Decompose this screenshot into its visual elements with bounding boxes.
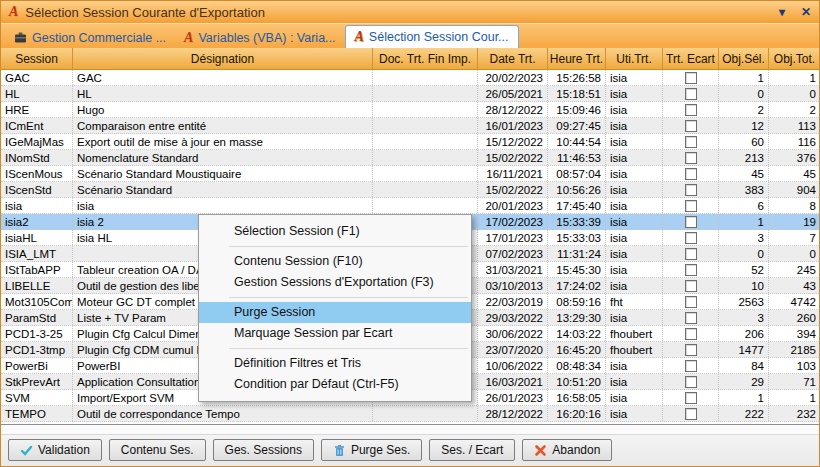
ecart-checkbox[interactable]: [685, 360, 697, 372]
obj-sel-cell: 206: [719, 326, 769, 341]
column-header[interactable]: Désignation: [73, 48, 373, 69]
date-cell: 26/01/2023: [478, 390, 548, 405]
ecart-checkbox[interactable]: [685, 168, 697, 180]
ecart-checkbox[interactable]: [685, 312, 697, 324]
column-header[interactable]: Obj.Sél.: [719, 48, 769, 69]
session-cell: PowerBi: [1, 358, 73, 373]
menu-item-marquage-session[interactable]: Marquage Session par Ecart: [199, 323, 471, 344]
date-cell: 20/01/2023: [478, 198, 548, 213]
abandon-button[interactable]: Abandon: [522, 439, 612, 461]
menu-item-definition-filtres[interactable]: Définition Filtres et Tris: [199, 353, 471, 374]
ecart-checkbox[interactable]: [685, 296, 697, 308]
ecart-checkbox[interactable]: [685, 232, 697, 244]
ecart-checkbox[interactable]: [685, 136, 697, 148]
app-a-icon: A: [355, 31, 364, 43]
ecart-checkbox[interactable]: [685, 216, 697, 228]
session-cell: HRE: [1, 102, 73, 117]
column-header[interactable]: Uti.Trt.: [606, 48, 663, 69]
table-row[interactable]: IScenStdScénario Standard15/02/202210:56…: [1, 182, 819, 198]
obj-tot-cell: 8: [769, 198, 819, 213]
menu-item-purge-session[interactable]: Purge Session: [199, 302, 471, 323]
menu-item-contenu-session[interactable]: Contenu Session (F10): [199, 251, 471, 272]
ecart-checkbox[interactable]: [685, 264, 697, 276]
doc-cell: [373, 118, 478, 133]
column-header[interactable]: Obj.Tot.: [769, 48, 820, 69]
ecart-checkbox[interactable]: [685, 120, 697, 132]
button-label: Validation: [38, 443, 90, 457]
uti-cell: isia: [606, 150, 663, 165]
ecart-checkbox[interactable]: [685, 328, 697, 340]
uti-cell: isia: [606, 182, 663, 197]
table-row[interactable]: IGeMajMasExport outil de mise à jour en …: [1, 134, 819, 150]
dropdown-icon[interactable]: ▾: [779, 6, 785, 18]
obj-tot-cell: 2185: [769, 342, 819, 357]
ecart-checkbox[interactable]: [685, 344, 697, 356]
tab-gestion-commerciale[interactable]: Gestion Commerciale ...: [5, 27, 175, 48]
obj-tot-cell: 71: [769, 374, 819, 389]
obj-tot-cell: 4742: [769, 294, 819, 309]
table-row[interactable]: HLHL26/05/202115:18:51isia00: [1, 86, 819, 102]
ecart-checkbox[interactable]: [685, 152, 697, 164]
obj-tot-cell: 232: [769, 406, 819, 421]
ges-sessions-button[interactable]: Ges. Sessions: [213, 439, 314, 461]
date-cell: 16/11/2021: [478, 166, 548, 181]
validation-button[interactable]: Validation: [8, 439, 102, 461]
ecart-checkbox[interactable]: [685, 104, 697, 116]
obj-sel-cell: 1477: [719, 342, 769, 357]
button-label: Contenu Ses.: [121, 443, 194, 457]
menu-item-selection-session[interactable]: Sélection Session (F1): [199, 221, 471, 242]
session-cell: ICmEnt: [1, 118, 73, 133]
heure-cell: 15:09:46: [548, 102, 606, 117]
date-cell: 10/06/2022: [478, 358, 548, 373]
ecart-checkbox[interactable]: [685, 184, 697, 196]
menu-item-gestion-sessions[interactable]: Gestion Sessions d'Exportation (F3): [199, 272, 471, 293]
uti-cell: isia: [606, 134, 663, 149]
purge-ses-button[interactable]: Purge Ses.: [321, 439, 422, 461]
designation-cell: HL: [73, 86, 373, 101]
contenu-ses-button[interactable]: Contenu Ses.: [109, 439, 206, 461]
column-header[interactable]: Date Trt.: [478, 48, 548, 69]
menu-item-condition-defaut[interactable]: Condition par Défaut (Ctrl-F5): [199, 374, 471, 395]
table-row[interactable]: INomStdNomenclature Standard15/02/202211…: [1, 150, 819, 166]
ecart-checkbox[interactable]: [685, 280, 697, 292]
heure-cell: 17:24:02: [548, 278, 606, 293]
button-label: Abandon: [552, 443, 600, 457]
ecart-cell: [663, 214, 719, 229]
obj-sel-cell: 2: [719, 102, 769, 117]
table-row[interactable]: HREHugo28/12/202215:09:46isia22: [1, 102, 819, 118]
ses-ecart-button[interactable]: Ses. / Ecart: [429, 439, 515, 461]
table-row[interactable]: ICmEntComparaison entre entité16/01/2023…: [1, 118, 819, 134]
uti-cell: isia: [606, 390, 663, 405]
obj-sel-cell: 0: [719, 246, 769, 261]
column-header[interactable]: Trt. Ecart: [663, 48, 719, 69]
uti-cell: isia: [606, 118, 663, 133]
tab-selection-session[interactable]: ASélection Session Cour...: [345, 25, 519, 48]
uti-cell: isia: [606, 406, 663, 421]
ecart-checkbox[interactable]: [685, 88, 697, 100]
session-cell: isiaHL: [1, 230, 73, 245]
column-header[interactable]: Heure Trt.: [548, 48, 606, 69]
obj-tot-cell: 245: [769, 262, 819, 277]
tab-variables-vba[interactable]: AVariables (VBA) : Varia...: [175, 27, 344, 48]
obj-tot-cell: 113: [769, 118, 819, 133]
ecart-checkbox[interactable]: [685, 200, 697, 212]
obj-tot-cell: 45: [769, 166, 819, 181]
column-header[interactable]: Doc. Trt. Fin Imp.: [373, 48, 478, 69]
ecart-checkbox[interactable]: [685, 392, 697, 404]
table-row[interactable]: TEMPOOutil de correspondance Tempo28/12/…: [1, 406, 819, 422]
uti-cell: isia: [606, 310, 663, 325]
obj-tot-cell: 904: [769, 182, 819, 197]
ecart-checkbox[interactable]: [685, 408, 697, 420]
table-row[interactable]: GACGAC20/02/202315:26:58isia11: [1, 70, 819, 86]
table-row[interactable]: isiaisia20/01/202317:45:40isia68: [1, 198, 819, 214]
close-icon[interactable]: ✕: [801, 6, 811, 18]
column-header[interactable]: Session: [1, 48, 73, 69]
table-row[interactable]: IScenMousScénario Standard Moustiquaire1…: [1, 166, 819, 182]
uti-cell: isia: [606, 374, 663, 389]
ecart-checkbox[interactable]: [685, 376, 697, 388]
uti-cell: fhoubert: [606, 326, 663, 341]
ecart-cell: [663, 118, 719, 133]
ecart-checkbox[interactable]: [685, 248, 697, 260]
ecart-cell: [663, 326, 719, 341]
ecart-checkbox[interactable]: [685, 72, 697, 84]
